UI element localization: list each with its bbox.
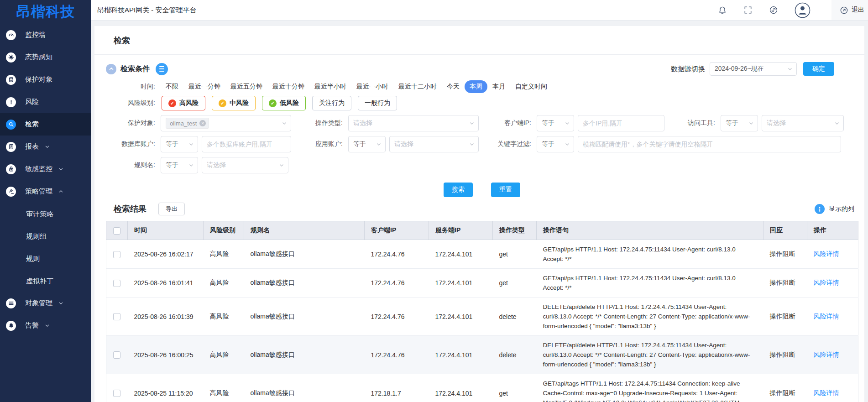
risk-detail-link[interactable]: 风险详情 bbox=[814, 351, 839, 358]
time-option[interactable]: 本月 bbox=[487, 80, 510, 93]
access-tool-operator-select[interactable]: 等于 bbox=[721, 115, 758, 131]
risk-option-button[interactable]: ✓高风险 bbox=[162, 96, 205, 110]
client-ip-input[interactable] bbox=[578, 115, 664, 131]
cell-statement: GET/api/ps HTTP/1.1 Host: 172.24.4.75:11… bbox=[537, 240, 763, 269]
sidebar-item-monitor-wall[interactable]: 监控墙 bbox=[0, 24, 91, 46]
time-option[interactable]: 最近十分钟 bbox=[267, 80, 309, 93]
confirm-button[interactable]: 确定 bbox=[803, 62, 834, 76]
risk-option-button[interactable]: ✓中风险 bbox=[212, 96, 256, 110]
sidebar-subitem-rule[interactable]: 规则 bbox=[0, 247, 91, 270]
sidebar-item-situation-awareness[interactable]: 态势感知 bbox=[0, 46, 91, 68]
cell-client-ip: 172.24.4.76 bbox=[365, 336, 429, 374]
operator-value: 等于 bbox=[166, 161, 178, 169]
keyword-input[interactable] bbox=[578, 136, 841, 152]
sidebar-item-policy-management[interactable]: 策略管理 bbox=[0, 180, 91, 203]
cell-server-ip: 172.24.4.101 bbox=[429, 240, 493, 269]
export-button[interactable]: 导出 bbox=[158, 203, 185, 215]
reset-button[interactable]: 重置 bbox=[491, 183, 520, 197]
collapse-chevron-up-icon[interactable] bbox=[106, 64, 116, 74]
rule-name-operator-select[interactable]: 等于 bbox=[161, 157, 198, 173]
main-area: 昂楷科技API网关 - 安全管理平台 退出 bbox=[91, 0, 868, 402]
fullscreen-icon[interactable] bbox=[743, 5, 753, 15]
time-option[interactable]: 本周 bbox=[465, 80, 487, 93]
risk-detail-link[interactable]: 风险详情 bbox=[814, 313, 839, 320]
risk-detail-link[interactable]: 风险详情 bbox=[814, 250, 839, 257]
sidebar-item-sensitive-monitor[interactable]: 敏感监控 bbox=[0, 158, 91, 180]
risk-detail-link[interactable]: 风险详情 bbox=[814, 279, 839, 286]
operator-value: 等于 bbox=[542, 119, 554, 127]
logout-arrow-icon bbox=[840, 6, 848, 15]
radar-icon bbox=[6, 52, 16, 63]
sidebar-subitem-audit-policy[interactable]: 审计策略 bbox=[0, 203, 91, 225]
db-account-operator-select[interactable]: 等于 bbox=[161, 136, 198, 152]
field-keyword-filter: 关键字过滤: 等于 bbox=[479, 136, 841, 152]
app-account-operator-select[interactable]: 等于 bbox=[348, 136, 386, 152]
cell-client-ip: 172.24.4.76 bbox=[365, 269, 429, 298]
sidebar-item-risk[interactable]: 风险 bbox=[0, 91, 91, 113]
condition-form: 保护对象: ollma_test × 操作类型: bbox=[106, 115, 858, 173]
column-header: 时间 bbox=[128, 221, 204, 240]
time-option[interactable]: 最近一小时 bbox=[351, 80, 393, 93]
table-row: 2025-08-25 11:15:20高风险ollama敏感接口172.18.1… bbox=[106, 374, 858, 402]
columns-toggle[interactable]: ⋮ 显示的列 bbox=[815, 204, 854, 214]
sidebar-item-search[interactable]: 检索 bbox=[0, 113, 91, 136]
sidebar-item-reports[interactable]: 报表 bbox=[0, 136, 91, 158]
risk-detail-link[interactable]: 风险详情 bbox=[814, 389, 839, 397]
keyword-operator-select[interactable]: 等于 bbox=[537, 136, 574, 152]
cell-risk-level: 高风险 bbox=[204, 240, 244, 269]
report-icon bbox=[6, 142, 16, 152]
cell-risk-level: 高风险 bbox=[204, 298, 244, 336]
rule-name-select[interactable]: 请选择 bbox=[202, 157, 288, 173]
cell-rule-name: ollama敏感接口 bbox=[244, 374, 365, 402]
chevron-down-icon bbox=[188, 162, 194, 168]
sidebar-subitem-virtual-patch[interactable]: 虚拟补丁 bbox=[0, 270, 91, 292]
sidebar-item-object-management[interactable]: 对象管理 bbox=[0, 292, 91, 314]
row-checkbox[interactable] bbox=[113, 251, 120, 258]
protected-object-label: 保护对象: bbox=[106, 119, 161, 127]
select-placeholder: 请选择 bbox=[394, 140, 413, 148]
row-checkbox[interactable] bbox=[113, 390, 120, 397]
risk-option-button[interactable]: 关注行为 bbox=[312, 96, 351, 110]
table-row: 2025-08-26 16:01:41高风险ollama敏感接口172.24.4… bbox=[106, 269, 858, 298]
client-ip-operator-select[interactable]: 等于 bbox=[537, 115, 574, 131]
sidebar-item-protected-objects[interactable]: 保护对象 bbox=[0, 68, 91, 91]
chevron-down-icon bbox=[282, 120, 287, 126]
cell-rule-name: ollama敏感接口 bbox=[244, 336, 365, 374]
sidebar-subitem-rule-group[interactable]: 规则组 bbox=[0, 225, 91, 247]
cell-time: 2025-08-26 16:02:17 bbox=[128, 240, 204, 269]
time-option[interactable]: 最近五分钟 bbox=[225, 80, 267, 93]
time-option[interactable]: 不限 bbox=[161, 80, 183, 93]
time-option[interactable]: 自定义时间 bbox=[510, 80, 552, 93]
select-all-checkbox[interactable] bbox=[113, 227, 120, 235]
notification-bell-icon[interactable] bbox=[718, 5, 727, 15]
chevron-down-icon bbox=[376, 141, 382, 147]
dots-vertical-icon: ⋮ bbox=[815, 204, 825, 214]
link-icon[interactable] bbox=[769, 5, 778, 15]
row-checkbox[interactable] bbox=[113, 351, 120, 359]
tag-close-icon[interactable]: × bbox=[199, 120, 206, 126]
operation-type-select[interactable]: 请选择 bbox=[348, 115, 479, 131]
protected-object-select[interactable]: ollma_test × bbox=[161, 115, 291, 131]
brand-logo: 昂楷科技 bbox=[0, 0, 91, 24]
time-option[interactable]: 最近十二小时 bbox=[393, 80, 442, 93]
sidebar-item-alerts[interactable]: 告警 bbox=[0, 314, 91, 337]
table-row: 2025-08-26 16:01:39高风险ollama敏感接口172.24.4… bbox=[106, 298, 858, 336]
risk-option-button[interactable]: ✓低风险 bbox=[262, 96, 306, 110]
row-checkbox[interactable] bbox=[113, 280, 120, 287]
access-tool-select[interactable]: 请选择 bbox=[762, 115, 844, 131]
risk-option-button[interactable]: 一般行为 bbox=[358, 96, 397, 110]
time-option[interactable]: 最近半小时 bbox=[309, 80, 351, 93]
datasource-select[interactable]: 2024-09-26~现在 bbox=[710, 62, 797, 76]
app-account-select[interactable]: 请选择 bbox=[389, 136, 479, 152]
row-checkbox[interactable] bbox=[113, 313, 120, 320]
condition-header: 检索条件 数据源切换 2024-09-26~现在 确定 bbox=[106, 62, 858, 76]
time-option[interactable]: 最近一分钟 bbox=[183, 80, 225, 93]
time-option[interactable]: 今天 bbox=[442, 80, 465, 93]
db-account-input[interactable] bbox=[202, 136, 291, 152]
avatar[interactable] bbox=[795, 2, 810, 18]
condition-menu-icon[interactable] bbox=[156, 63, 168, 75]
logout-button[interactable]: 退出 bbox=[831, 0, 868, 20]
search-button[interactable]: 搜索 bbox=[444, 183, 473, 197]
cell-statement: DELETE/api/delete HTTP/1.1 Host: 172.24.… bbox=[537, 298, 763, 336]
risk-option-label: 关注行为 bbox=[319, 99, 345, 107]
